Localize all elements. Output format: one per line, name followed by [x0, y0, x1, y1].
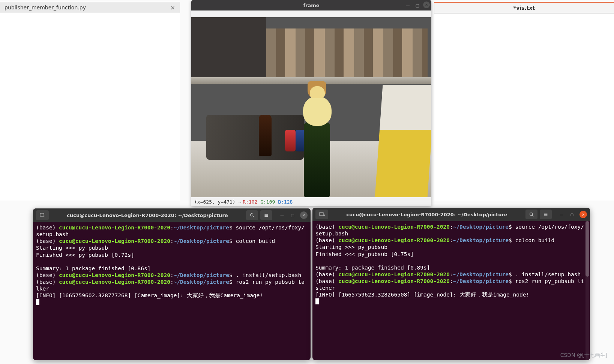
prompt-colon: :: [450, 224, 453, 230]
prompt-user: cucu@cucu-Lenovo-Legion-R7000-2020: [59, 225, 170, 231]
terminal-right: + cucu@cucu-Lenovo-Legion-R7000-2020: ~/…: [312, 208, 590, 360]
editor-body-right: [434, 13, 614, 201]
terminal-left-titlebar[interactable]: + cucu@cucu-Lenovo-Legion-R7000-2020: ~/…: [33, 208, 311, 222]
close-icon[interactable]: ×: [170, 4, 175, 11]
frame-titlebar[interactable]: frame — ▢ ✕: [191, 0, 431, 10]
terminal-output: Finished <<< py_pubsub [0.75s]: [315, 251, 414, 257]
prompt-colon: :: [170, 225, 174, 231]
cursor-icon: [36, 299, 39, 305]
frame-status-bar: (x=625, y=471) ~ R:102 G:109 B:128: [191, 197, 431, 206]
maximize-icon[interactable]: ▢: [569, 211, 575, 217]
svg-point-6: [530, 213, 533, 216]
frame-window: frame — ▢ ✕ (x=625, y=471) ~ R:102 G:109: [191, 0, 431, 206]
new-tab-icon[interactable]: +: [36, 210, 49, 220]
terminal-output: [INFO] [1665759623.328266508] [image_nod…: [315, 292, 529, 298]
minimize-icon[interactable]: —: [558, 211, 564, 217]
frame-canvas: (x=625, y=471) ~ R:102 G:109 B:128: [191, 10, 431, 206]
pixel-g: G:109: [260, 199, 275, 205]
prompt-dollar: $: [509, 224, 515, 230]
terminal-command: . install/setup.bash: [236, 272, 302, 278]
new-tab-icon[interactable]: +: [315, 210, 328, 219]
svg-point-2: [251, 214, 253, 216]
terminal-output: Summary: 1 package finished [0.86s]: [36, 265, 151, 271]
close-icon[interactable]: ✕: [423, 1, 430, 8]
editor-tab-right-title: *vis.txt: [513, 5, 535, 11]
menu-icon[interactable]: ≡: [540, 210, 552, 219]
terminal-right-body[interactable]: (base) cucu@cucu-Lenovo-Legion-R7000-202…: [312, 221, 590, 360]
editor-tab-right[interactable]: *vis.txt: [434, 2, 614, 13]
terminal-output: Starting >>> py_pubsub: [36, 245, 108, 251]
prompt-env: (base): [36, 225, 59, 231]
prompt-path: ~/Desktop/picture: [174, 225, 229, 231]
camera-feed-image: [191, 17, 431, 197]
watermark: CSDN @[十七画生]: [560, 352, 607, 359]
cursor-icon: [315, 298, 319, 304]
terminal-output: [INFO] [1665759602.328777268] [Camera_im…: [36, 292, 263, 298]
terminal-output: Summary: 1 package finished [0.89s]: [315, 265, 430, 271]
editor-body-left: [0, 13, 180, 201]
maximize-icon[interactable]: ▢: [413, 1, 422, 9]
terminal-command: . install/setup.bash: [515, 271, 581, 277]
editor-tab-left-title: publisher_member_function.py: [5, 4, 86, 10]
editor-tab-left[interactable]: publisher_member_function.py ×: [0, 2, 180, 13]
terminal-right-titlebar[interactable]: + cucu@cucu-Lenovo-Legion-R7000-2020: ~/…: [312, 208, 590, 221]
svg-line-3: [253, 216, 254, 217]
svg-line-7: [532, 215, 534, 217]
pixel-b: B:128: [278, 199, 293, 205]
menu-icon[interactable]: ≡: [260, 210, 272, 220]
minimize-icon[interactable]: —: [404, 1, 412, 9]
minimize-icon[interactable]: —: [279, 212, 285, 218]
terminal-left-body[interactable]: (base) cucu@cucu-Lenovo-Legion-R7000-202…: [33, 222, 311, 360]
prompt-env: (base): [315, 224, 338, 230]
scrollbar[interactable]: [585, 221, 589, 360]
terminal-command: colcon build: [515, 237, 555, 243]
svg-text:+: +: [323, 214, 325, 217]
terminal-output: Starting >>> py_pubsub: [315, 244, 387, 250]
pixel-coord: (x=625, y=471) ~: [194, 199, 241, 205]
search-icon[interactable]: [246, 210, 258, 220]
maximize-icon[interactable]: ▢: [290, 212, 296, 218]
close-icon[interactable]: ✕: [579, 211, 587, 218]
search-icon[interactable]: [525, 210, 537, 219]
prompt-user: cucu@cucu-Lenovo-Legion-R7000-2020: [338, 224, 450, 230]
terminal-right-title: cucu@cucu-Lenovo-Legion-R7000-2020: ~/De…: [331, 212, 522, 217]
terminal-left-title: cucu@cucu-Lenovo-Legion-R7000-2020: ~/De…: [52, 213, 243, 218]
close-icon[interactable]: ✕: [300, 211, 308, 219]
terminal-command: colcon build: [236, 238, 275, 244]
frame-title: frame: [303, 3, 319, 8]
scrollbar-thumb[interactable]: [585, 221, 589, 277]
prompt-dollar: $: [229, 225, 236, 231]
prompt-path: ~/Desktop/picture: [453, 224, 509, 230]
terminal-output: Finished <<< py_pubsub [0.72s]: [36, 252, 134, 258]
terminal-left: + cucu@cucu-Lenovo-Legion-R7000-2020: ~/…: [33, 208, 311, 360]
svg-text:+: +: [44, 214, 45, 218]
pixel-r: R:102: [243, 199, 257, 205]
